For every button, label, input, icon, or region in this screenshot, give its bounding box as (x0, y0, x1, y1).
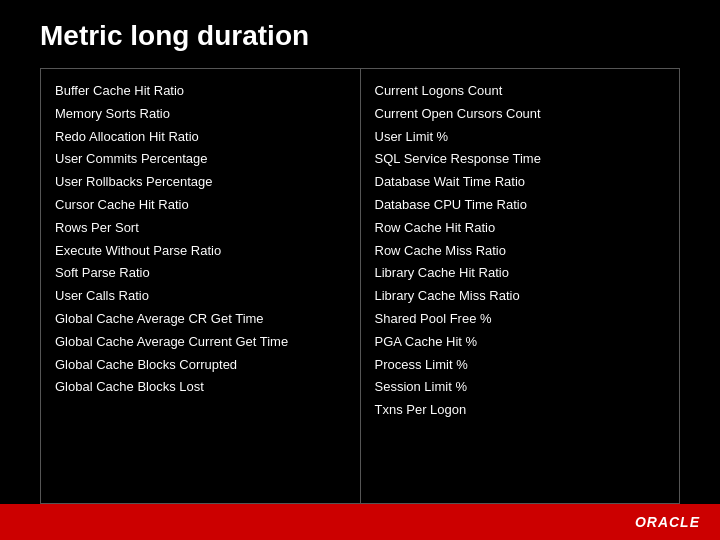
list-item: Process Limit % (375, 355, 666, 376)
content-area: Buffer Cache Hit RatioMemory Sorts Ratio… (0, 68, 720, 504)
list-item: User Calls Ratio (55, 286, 346, 307)
list-item: Row Cache Hit Ratio (375, 218, 666, 239)
page-title: Metric long duration (40, 20, 680, 52)
list-item: PGA Cache Hit % (375, 332, 666, 353)
list-item: Rows Per Sort (55, 218, 346, 239)
list-item: Library Cache Hit Ratio (375, 263, 666, 284)
list-item: Library Cache Miss Ratio (375, 286, 666, 307)
page-container: Metric long duration Buffer Cache Hit Ra… (0, 0, 720, 540)
list-item: Database CPU Time Ratio (375, 195, 666, 216)
list-item: Execute Without Parse Ratio (55, 241, 346, 262)
list-item: Current Logons Count (375, 81, 666, 102)
list-item: Session Limit % (375, 377, 666, 398)
footer: ORACLE (0, 504, 720, 540)
list-item: Buffer Cache Hit Ratio (55, 81, 346, 102)
list-item: Cursor Cache Hit Ratio (55, 195, 346, 216)
oracle-logo: ORACLE (635, 514, 700, 530)
right-column: Current Logons CountCurrent Open Cursors… (361, 69, 680, 503)
metrics-box: Buffer Cache Hit RatioMemory Sorts Ratio… (40, 68, 680, 504)
list-item: Global Cache Average CR Get Time (55, 309, 346, 330)
list-item: Current Open Cursors Count (375, 104, 666, 125)
list-item: Redo Allocation Hit Ratio (55, 127, 346, 148)
list-item: Shared Pool Free % (375, 309, 666, 330)
list-item: Soft Parse Ratio (55, 263, 346, 284)
list-item: Row Cache Miss Ratio (375, 241, 666, 262)
list-item: User Commits Percentage (55, 149, 346, 170)
list-item: Database Wait Time Ratio (375, 172, 666, 193)
list-item: Global Cache Average Current Get Time (55, 332, 346, 353)
left-column: Buffer Cache Hit RatioMemory Sorts Ratio… (41, 69, 361, 503)
list-item: Global Cache Blocks Corrupted (55, 355, 346, 376)
list-item: User Limit % (375, 127, 666, 148)
list-item: SQL Service Response Time (375, 149, 666, 170)
list-item: Global Cache Blocks Lost (55, 377, 346, 398)
header: Metric long duration (0, 0, 720, 68)
list-item: Txns Per Logon (375, 400, 666, 421)
list-item: User Rollbacks Percentage (55, 172, 346, 193)
list-item: Memory Sorts Ratio (55, 104, 346, 125)
